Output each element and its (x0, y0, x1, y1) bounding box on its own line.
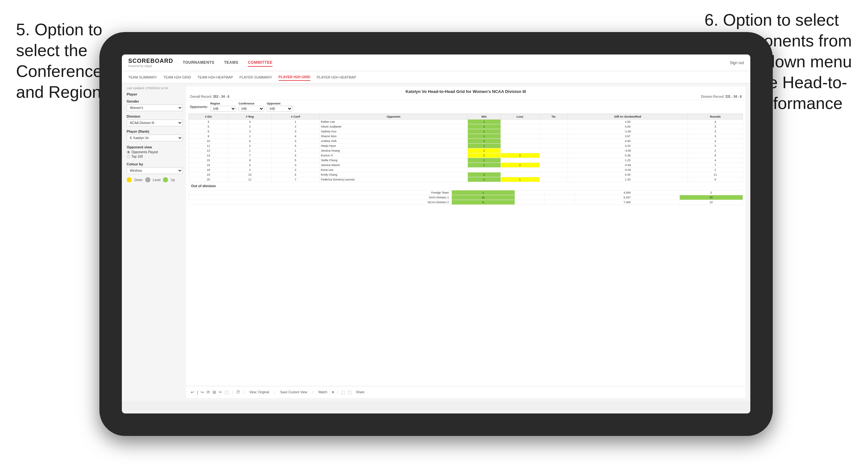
save-custom-btn[interactable]: Save Custom View (278, 390, 309, 395)
td-div: 15 (189, 158, 228, 163)
share-left-icon[interactable]: ⬚ (341, 390, 345, 395)
sub-nav-player-h2h-heatmap[interactable]: PLAYER H2H HEATMAP (317, 74, 356, 81)
td-opponent: Esther Lee (319, 120, 467, 124)
sidebar-opponent-view-section: Opponent view Opponents Played Top 100 (127, 145, 183, 158)
td-loss: 2 (500, 153, 539, 158)
table-wrapper: # Div # Reg # Conf Opponent Win Loss Tie… (186, 114, 745, 386)
sign-out-link[interactable]: Sign out (730, 61, 744, 65)
bottom-toolbar: ↩ | ↪ ⟳ ⊞ ✂ ⬚ | ⏱ | View: Original | Sav… (186, 386, 745, 398)
th-loss: Loss (500, 114, 539, 120)
td-tie (539, 124, 567, 129)
th-diff: Diff Av Strokes/Rnd (567, 114, 688, 120)
conference-filter-select[interactable]: (All) (239, 106, 264, 112)
td-loss (515, 195, 545, 200)
table-row: 20 11 7 Federica Domecq Lacroze 2 1 1.33… (189, 177, 743, 182)
td-loss: 1 (500, 177, 539, 182)
td-tie (539, 139, 567, 144)
radio-dot-top100 (127, 155, 130, 158)
watch-btn[interactable]: Watch (316, 390, 329, 395)
table-row: 5 2 2 Alexis Sudjianto 1 4.00 3 (189, 124, 743, 129)
nav-committee[interactable]: COMMITTEE (248, 59, 273, 67)
table-row: 10 6 3 Andrea York 2 4.00 4 (189, 139, 743, 144)
td-opponent: Jessica Huang (319, 148, 467, 153)
refresh-icon[interactable]: ⟳ (207, 390, 210, 395)
radio-opponents-played[interactable]: Opponents Played (127, 150, 183, 154)
logo-text: SCOREBOARD (128, 58, 173, 64)
td-rounds: 7 (688, 163, 743, 168)
colour-by-select[interactable]: Win/loss (127, 167, 183, 174)
toolbar-sep3: | (274, 391, 275, 394)
td-diff: -3.00 (567, 148, 688, 153)
td-div: 14 (189, 153, 228, 158)
th-div: # Div (189, 114, 228, 120)
division-select[interactable]: NCAA Division III (127, 120, 183, 126)
td-win: 15 (452, 195, 515, 200)
td-div: 3 (189, 120, 228, 124)
separator-icon: | (197, 390, 198, 395)
td-loss (500, 134, 539, 139)
td-reg: 2 (228, 144, 272, 148)
td-diff: 4.00 (567, 124, 688, 129)
undo-icon[interactable]: ↩ (191, 390, 194, 395)
td-tie (539, 168, 567, 173)
td-rounds: 2 (688, 168, 743, 173)
td-reg: 1 (228, 148, 272, 153)
sub-nav-team-h2h-heatmap[interactable]: TEAM H2H HEATMAP (197, 74, 233, 81)
th-rounds: Rounds (688, 114, 743, 120)
legend-up-label: Up (170, 178, 175, 182)
app-navbar: SCOREBOARD Powered by clippd TOURNAMENTS… (122, 55, 750, 71)
td-rounds: 4 (688, 120, 743, 124)
paste-icon[interactable]: ⬚ (225, 390, 228, 395)
td-opponent: Emily Chang (319, 173, 467, 177)
td-tie (539, 173, 567, 177)
region-filter-group: Region (All) (210, 102, 236, 112)
region-filter-select[interactable]: (All) (210, 106, 236, 112)
td-diff: -0.94 (567, 163, 688, 168)
td-diff: 3.67 (567, 134, 688, 139)
td-tie (539, 148, 567, 153)
sidebar-opponent-view-label: Opponent view (127, 145, 183, 149)
gender-select[interactable]: Women's (127, 104, 183, 111)
cut-icon[interactable]: ✂ (219, 390, 222, 395)
table-row: 19 10 6 Emily Chang 4 0.30 11 (189, 173, 743, 177)
td-rounds: 3 (688, 134, 743, 139)
table-row: NCAA Division 2 5 7.400 10 (189, 200, 743, 205)
td-opponent: Sharon Mun (319, 134, 467, 139)
redo-icon[interactable]: ↪ (200, 390, 204, 395)
td-diff: 1.33 (567, 177, 688, 182)
opponent-filter-select[interactable]: (All) (267, 106, 292, 112)
td-rounds: 4 (688, 158, 743, 163)
sub-nav-player-summary[interactable]: PLAYER SUMMARY (240, 74, 272, 81)
division-record-value: 331 - 34 - 6 (725, 95, 742, 98)
view-original-btn[interactable]: View: Original (248, 390, 271, 395)
copy-icon[interactable]: ⊞ (213, 390, 216, 395)
toolbar-sep5: | (337, 391, 338, 394)
player-rank-select[interactable]: 8. Katelyn Vo (127, 135, 183, 142)
td-win: 2 (467, 177, 500, 182)
td-tie (539, 177, 567, 182)
sub-nav-player-h2h-grid[interactable]: PLAYER H2H GRID (279, 74, 310, 81)
td-div: 19 (189, 173, 228, 177)
share-right-icon[interactable]: ⬚ (348, 390, 351, 395)
watch-dropdown-icon[interactable]: ▾ (332, 390, 334, 395)
nav-teams[interactable]: TEAMS (224, 59, 239, 67)
th-opponent: Opponent (319, 114, 467, 120)
td-reg: 3 (228, 163, 272, 168)
td-rounds: 2 (679, 190, 743, 195)
th-conf: # Conf (272, 114, 319, 120)
radio-dot-opponents-played (127, 151, 130, 154)
nav-tournaments[interactable]: TOURNAMENTS (183, 59, 215, 67)
sub-nav-team-h2h-grid[interactable]: TEAM H2H GRID (163, 74, 191, 81)
toolbar-sep4: | (312, 391, 313, 394)
td-win: 1 (467, 129, 500, 134)
sidebar: Last Updated: 27/03/2024 14:34 Player Ge… (127, 87, 183, 398)
sub-nav-team-summary[interactable]: TEAM SUMMARY (128, 74, 157, 81)
clock-icon[interactable]: ⏱ (236, 390, 240, 395)
td-reg: 3 (228, 120, 272, 124)
td-conf: 2 (272, 168, 319, 173)
td-diff: 7.400 (575, 200, 679, 205)
overall-record-value: 353 - 34 - 6 (213, 95, 229, 98)
legend-up-dot (163, 177, 168, 182)
share-btn[interactable]: Share (354, 390, 367, 395)
radio-top100[interactable]: Top 100 (127, 155, 183, 158)
